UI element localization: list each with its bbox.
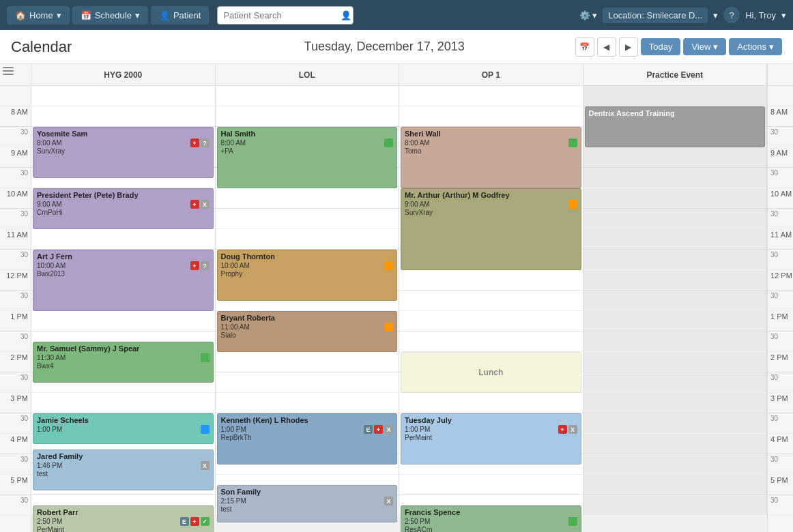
plus-icon: + <box>558 425 567 434</box>
appt-time: 11:30 AM <box>37 354 66 361</box>
plus-icon: + <box>374 425 383 434</box>
time-slot: 30 <box>0 168 31 188</box>
blue-icon <box>201 425 210 434</box>
settings-button[interactable]: ⚙️ ▾ <box>579 10 598 20</box>
resource-col-hyg2000: Yosemite Sam8:00 AM+?SurvXrayPresident P… <box>31 86 216 516</box>
time-slot: 30 <box>0 413 31 434</box>
today-button[interactable]: Today <box>641 38 681 55</box>
side-time-slot: 30 <box>768 127 793 147</box>
green-icon <box>384 138 393 147</box>
time-slot: 30 <box>0 127 31 147</box>
time-gutter-header <box>0 64 31 85</box>
appointment[interactable]: Mr. Arthur (Arthur) M Godfrey9:00 AMSurv… <box>401 188 581 270</box>
appointment[interactable]: Sheri Wall8:00 AMTomo <box>401 127 581 188</box>
appt-patient-name: Hal Smith <box>221 130 256 138</box>
home-button[interactable]: 🏠 Home ▾ <box>7 6 70 25</box>
time-slot: 30 <box>0 495 31 516</box>
top-nav: 🏠 Home ▾ 📅 Schedule ▾ 👤 Patient 👤 ⚙️ ▾ L… <box>0 0 793 30</box>
time-slot: 5 PM <box>0 475 31 495</box>
help-button[interactable]: ? <box>723 7 740 23</box>
appointment[interactable]: Jamie Scheels1:00 PM <box>33 413 214 444</box>
patient-button[interactable]: 👤 Patient <box>151 6 209 25</box>
appointment[interactable]: Art J Fern10:00 AM+?Bwx2013 <box>33 250 214 311</box>
user-label[interactable]: Hi, Troy <box>745 10 776 20</box>
appt-procedure: PerMaint <box>405 434 577 441</box>
side-time-slot: 30 <box>768 250 793 270</box>
side-time-slot: 30 <box>768 291 793 311</box>
appointment[interactable]: Bryant Roberta11:00 AMSialo <box>217 311 398 352</box>
appt-time: 2:50 PM <box>405 518 430 525</box>
side-time-slot: 30 <box>768 168 793 188</box>
location-chevron-icon[interactable]: ▾ <box>713 10 718 20</box>
location-label[interactable]: Location: Smilecare D... <box>603 8 708 23</box>
time-slot: 30 <box>0 372 31 393</box>
orange-icon <box>568 200 577 209</box>
appt-procedure: PerMaint <box>37 526 210 532</box>
appt-procedure: ResACrn <box>405 526 577 532</box>
patient-icon: 👤 <box>159 10 170 20</box>
appt-time: 2:15 PM <box>221 497 246 505</box>
appointment[interactable]: Tuesday July1:00 PM+XPerMaint <box>401 413 581 464</box>
side-time-slot: 1 PM <box>768 311 793 331</box>
time-slot: 30 <box>0 331 31 352</box>
appt-procedure: Sialo <box>221 331 394 339</box>
time-slot: 30 <box>0 209 31 229</box>
appt-patient-name: Art J Fern <box>37 252 72 261</box>
x-icon: ? <box>201 261 210 270</box>
time-column-right: 8 AM309 AM3010 AM3011 AM3012 PM301 PM302… <box>767 86 793 532</box>
plus-icon: + <box>190 138 199 147</box>
view-button[interactable]: View ▾ <box>683 38 726 55</box>
appointment[interactable]: Jared Family1:46 PMXtest <box>33 449 214 490</box>
time-slot: 12 PM <box>0 270 31 291</box>
schedule-button[interactable]: 📅 Schedule ▾ <box>72 6 148 25</box>
x-icon: X <box>568 425 577 434</box>
time-slot: 30 <box>0 291 31 311</box>
appointment[interactable]: Francis Spence2:50 PMResACrn <box>401 505 581 532</box>
appt-time: 9:00 AM <box>37 201 62 208</box>
calendar-date: Tuesday, December 17, 2013 <box>202 40 567 54</box>
time-slot: 30 <box>0 454 31 475</box>
time-column-left: 8 AM309 AM3010 AM3011 AM3012 PM301 PM302… <box>0 86 31 532</box>
appointment[interactable]: Yosemite Sam8:00 AM+?SurvXray <box>33 127 214 178</box>
appt-procedure: SurvXray <box>405 209 577 216</box>
prev-button[interactable]: ◀ <box>597 38 616 57</box>
appt-procedure: Bwx4 <box>37 362 210 370</box>
appointment[interactable]: Kenneth (Ken) L Rhodes1:00 PME+XRepBrkTh <box>217 413 398 464</box>
appt-time: 8:00 AM <box>405 139 430 147</box>
appt-procedure: +PA <box>221 147 394 155</box>
col-header-practice: Practice Event <box>583 64 768 85</box>
calendar-icon-btn[interactable]: 📅 <box>575 38 594 57</box>
time-slot: 4 PM <box>0 434 31 454</box>
appt-time: 2:50 PM <box>37 518 62 525</box>
actions-button[interactable]: Actions ▾ <box>729 38 782 55</box>
appointment[interactable]: Son Family2:15 PMXtest <box>217 485 398 522</box>
appointment[interactable]: Lunch <box>401 352 581 393</box>
appointment[interactable]: Dentrix Ascend Training <box>585 106 766 147</box>
appointment[interactable]: Robert Parr2:50 PME+✓PerMaint <box>33 505 214 532</box>
appointment[interactable]: Hal Smith8:00 AM+PA <box>217 127 398 188</box>
search-input[interactable] <box>223 10 338 20</box>
next-button[interactable]: ▶ <box>619 38 638 57</box>
actions-chevron-icon: ▾ <box>769 42 774 52</box>
e-icon: E <box>180 517 189 526</box>
appt-patient-name: Kenneth (Ken) L Rhodes <box>221 416 308 424</box>
appt-patient-name: Jared Family <box>37 452 83 460</box>
user-chevron-icon[interactable]: ▾ <box>781 10 786 20</box>
appt-time: 1:46 PM <box>37 462 62 469</box>
appt-patient-name: Bryant Roberta <box>221 314 275 322</box>
calendar-body: 8 AM309 AM3010 AM3011 AM3012 PM301 PM302… <box>0 86 793 532</box>
menu-icon[interactable] <box>0 64 31 78</box>
calendar-grid: HYG 2000 LOL OP 1 Practice Event 8 AM309… <box>0 64 793 532</box>
e-icon: E <box>364 425 373 434</box>
appointment[interactable]: Mr. Samuel (Sammy) J Spear11:30 AMBwx4 <box>33 342 214 383</box>
appt-patient-name: Yosemite Sam <box>37 130 87 138</box>
appt-time: 11:00 AM <box>221 323 250 331</box>
side-time-slot: 10 AM <box>768 188 793 209</box>
appointment[interactable]: President Peter (Pete) Brady9:00 AM+XCrn… <box>33 188 214 229</box>
appt-procedure: test <box>221 505 394 513</box>
side-time-slot: 9 AM <box>768 147 793 168</box>
search-icon: 👤 <box>341 10 351 20</box>
appointment[interactable]: Doug Thornton10:00 AMProphy <box>217 250 398 301</box>
nav-right: ⚙️ ▾ Location: Smilecare D... ▾ ? Hi, Tr… <box>579 7 786 23</box>
col-header-lol: LOL <box>216 64 400 85</box>
